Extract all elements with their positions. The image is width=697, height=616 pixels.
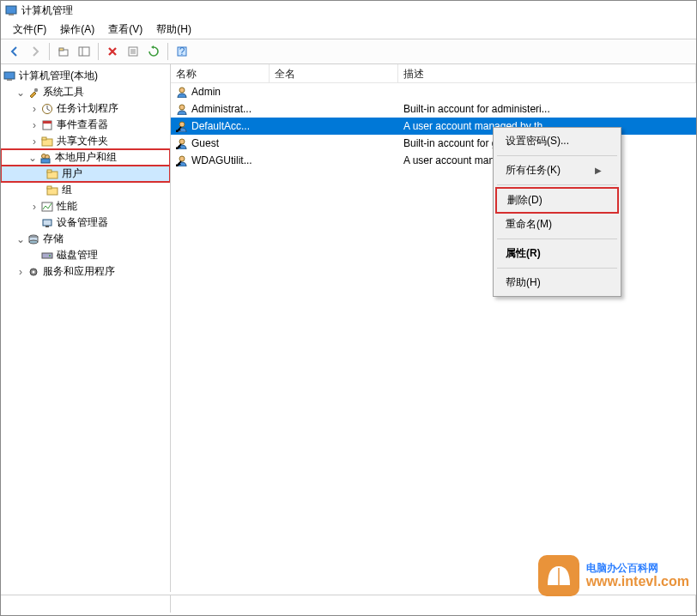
tree-local-users-groups-label: 本地用户和组 — [55, 150, 117, 165]
toolbar: ? — [1, 39, 696, 64]
tree-system-tools-label: 系统工具 — [43, 85, 84, 100]
user-row[interactable]: Administrat...Built-in account for admin… — [171, 100, 696, 118]
forward-button[interactable] — [26, 42, 45, 61]
tree-event-viewer[interactable]: ›事件查看器 — [1, 117, 170, 133]
tree-pane[interactable]: 计算机管理(本地) ⌄ 系统工具 ›任务计划程序 ›事件查看器 ›共享文件夹 — [1, 64, 171, 592]
watermark-line1: 电脑办公百科网 — [586, 563, 689, 574]
menu-separator — [497, 268, 617, 269]
collapse-icon[interactable]: ⌄ — [27, 152, 39, 164]
tree-task-scheduler[interactable]: ›任务计划程序 — [1, 100, 170, 117]
back-button[interactable] — [5, 42, 24, 61]
tree-task-scheduler-label: 任务计划程序 — [57, 101, 118, 116]
storage-icon — [27, 233, 40, 246]
expand-icon[interactable]: › — [28, 119, 40, 131]
svg-rect-29 — [45, 226, 49, 227]
tree-performance-label: 性能 — [57, 199, 77, 214]
svg-rect-22 — [41, 159, 50, 163]
tree-groups[interactable]: 组 — [1, 182, 170, 198]
user-icon — [176, 103, 188, 115]
refresh-button[interactable] — [144, 42, 163, 61]
menu-properties[interactable]: 属性(R) — [495, 242, 619, 265]
user-icon — [176, 137, 188, 149]
tree-services-apps[interactable]: ›服务和应用程序 — [1, 263, 170, 280]
clock-icon — [40, 102, 54, 116]
menu-file[interactable]: 文件(F) — [6, 21, 53, 39]
svg-rect-33 — [42, 253, 52, 258]
svg-point-41 — [179, 139, 185, 144]
user-icon — [176, 86, 188, 98]
menu-help[interactable]: 帮助(H) — [495, 271, 619, 294]
column-headers: 名称 全名 描述 — [171, 64, 696, 83]
menu-all-tasks[interactable]: 所有任务(K)▶ — [495, 159, 619, 182]
menu-view[interactable]: 查看(V) — [101, 21, 149, 39]
tree-local-users-groups[interactable]: ⌄ 本地用户和组 — [1, 149, 170, 166]
tree-users-label: 用户 — [62, 166, 82, 181]
tree-root[interactable]: 计算机管理(本地) — [1, 68, 170, 84]
svg-point-36 — [33, 270, 35, 273]
tree-disk-management[interactable]: 磁盘管理 — [1, 247, 170, 263]
svg-rect-28 — [43, 220, 52, 226]
collapse-icon[interactable]: ⌄ — [15, 87, 27, 99]
folder-share-icon — [40, 135, 54, 148]
svg-rect-13 — [7, 79, 12, 81]
svg-rect-19 — [42, 137, 46, 140]
menu-bar: 文件(F) 操作(A) 查看(V) 帮助(H) — [1, 20, 696, 39]
tree-device-manager[interactable]: 设备管理器 — [1, 214, 170, 231]
menu-separator — [497, 184, 617, 185]
tree-event-viewer-label: 事件查看器 — [57, 118, 108, 132]
menu-rename[interactable]: 重命名(M) — [495, 213, 619, 236]
show-hide-tree-button[interactable] — [75, 42, 94, 61]
tree-performance[interactable]: ›性能 — [1, 198, 170, 214]
user-name-cell: DefaultAcc... — [171, 120, 270, 132]
tree-storage[interactable]: ⌄ 存储 — [1, 231, 170, 247]
svg-point-38 — [179, 105, 185, 110]
tree-shared-folders-label: 共享文件夹 — [57, 134, 108, 148]
user-row[interactable]: Admin — [171, 83, 696, 100]
user-desc-cell: Built-in account for administeri... — [398, 103, 696, 115]
list-pane: 名称 全名 描述 AdminAdministrat...Built-in acc… — [171, 64, 696, 592]
tree-shared-folders[interactable]: ›共享文件夹 — [1, 133, 170, 149]
app-icon — [4, 3, 18, 17]
toolbar-separator — [167, 43, 168, 60]
svg-rect-12 — [4, 72, 15, 79]
expand-icon[interactable]: › — [28, 103, 40, 115]
column-description[interactable]: 描述 — [398, 64, 696, 82]
menu-action[interactable]: 操作(A) — [53, 21, 101, 39]
tree-users[interactable]: 用户 — [1, 166, 170, 182]
svg-rect-26 — [47, 186, 52, 189]
svg-rect-0 — [6, 6, 16, 14]
menu-separator — [497, 239, 617, 239]
svg-point-14 — [34, 88, 38, 91]
up-button[interactable] — [54, 42, 73, 61]
help-button[interactable]: ? — [173, 42, 191, 61]
user-icon — [176, 120, 188, 132]
tree-disk-management-label: 磁盘管理 — [57, 248, 98, 263]
menu-set-password[interactable]: 设置密码(S)... — [495, 130, 619, 153]
expand-icon[interactable]: › — [28, 136, 40, 148]
tree-root-label: 计算机管理(本地) — [19, 69, 98, 83]
device-icon — [40, 216, 54, 230]
expand-icon[interactable]: › — [15, 266, 27, 278]
menu-separator — [497, 155, 617, 156]
user-name-cell: Guest — [171, 137, 270, 149]
collapse-icon[interactable]: ⌄ — [15, 233, 27, 245]
delete-button[interactable] — [103, 42, 122, 61]
column-name[interactable]: 名称 — [171, 64, 270, 82]
user-name-cell: WDAGUtilit... — [171, 154, 270, 166]
menu-help[interactable]: 帮助(H) — [149, 21, 198, 39]
tools-icon — [27, 86, 40, 100]
expand-icon[interactable]: › — [28, 201, 40, 213]
svg-rect-17 — [43, 121, 52, 124]
title-bar: 计算机管理 — [1, 1, 696, 20]
column-fullname[interactable]: 全名 — [270, 64, 398, 82]
main-area: 计算机管理(本地) ⌄ 系统工具 ›任务计划程序 ›事件查看器 ›共享文件夹 — [1, 64, 696, 592]
watermark-text: 电脑办公百科网 www.intevl.com — [586, 563, 689, 589]
status-bar — [1, 595, 696, 612]
tree-system-tools[interactable]: ⌄ 系统工具 — [1, 84, 170, 100]
toolbar-separator — [49, 43, 50, 60]
user-name-cell: Admin — [171, 86, 270, 98]
menu-delete[interactable]: 删除(D) — [495, 187, 619, 214]
services-icon — [27, 265, 40, 279]
properties-button[interactable] — [124, 42, 142, 61]
tree-groups-label: 组 — [62, 183, 72, 197]
